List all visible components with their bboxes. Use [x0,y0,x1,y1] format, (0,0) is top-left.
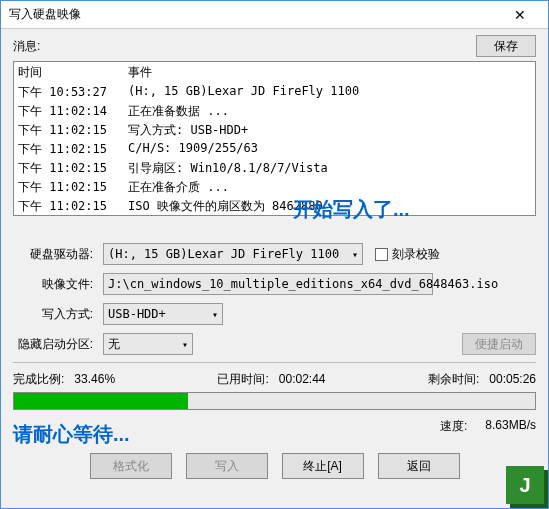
hidden-dropdown[interactable]: 无▾ [103,333,193,355]
close-icon: ✕ [514,7,526,23]
progress-fill [14,393,188,409]
image-label: 映像文件: [13,276,103,293]
separator [13,362,536,363]
verify-checkbox-wrap[interactable]: 刻录校验 [375,246,440,263]
log-row: 下午 11:02:15引导扇区: Win10/8.1/8/7/Vista [14,159,535,178]
hidden-label: 隐藏启动分区: [13,336,103,353]
annotation-start-writing: 开始写入了... [293,196,410,223]
close-button[interactable]: ✕ [500,2,540,28]
log-row: 下午 11:02:15C/H/S: 1909/255/63 [14,140,535,159]
write-button: 写入 [186,453,268,479]
progress-info: 完成比例: 33.46% 已用时间: 00:02:44 剩余时间: 00:05:… [13,371,536,388]
back-button[interactable]: 返回 [378,453,460,479]
log-row: 下午 11:02:14正在准备数据 ... [14,102,535,121]
elapsed-label: 已用时间: [217,372,268,386]
write-mode-dropdown[interactable]: USB-HDD+▾ [103,303,223,325]
corner-logo: J [498,458,548,508]
col-time-header: 时间 [18,64,128,81]
verify-checkbox[interactable] [375,248,388,261]
button-row: 格式化 写入 终止[A] 返回 [13,453,536,479]
window-title: 写入硬盘映像 [9,6,81,23]
log-row: 下午 11:02:15ISO 映像文件的扇区数为 8462880 [14,197,535,216]
window: 写入硬盘映像 ✕ 消息: 保存 时间 事件 下午 10:53:27(H:, 15… [0,0,549,509]
progress-bar [13,392,536,410]
speed-label: 速度: [440,418,467,435]
titlebar: 写入硬盘映像 ✕ [1,1,548,29]
percent-value: 33.46% [74,372,115,386]
log-header: 时间 事件 [14,62,535,83]
drive-label: 硬盘驱动器: [13,246,103,263]
abort-button[interactable]: 终止[A] [282,453,364,479]
portable-boot-button: 便捷启动 [462,333,536,355]
save-button[interactable]: 保存 [476,35,536,57]
log-row: 下午 10:53:27(H:, 15 GB)Lexar JD FireFly 1… [14,83,535,102]
verify-label: 刻录校验 [392,246,440,263]
chevron-down-icon: ▾ [182,339,188,350]
logo-letter: J [506,466,544,504]
format-button: 格式化 [90,453,172,479]
info-label: 消息: [13,38,40,55]
remaining-value: 00:05:26 [489,372,536,386]
chevron-down-icon: ▾ [352,249,358,260]
log-panel[interactable]: 时间 事件 下午 10:53:27(H:, 15 GB)Lexar JD Fir… [13,61,536,216]
speed-value: 8.63MB/s [485,418,536,435]
image-field[interactable]: J:\cn_windows_10_multiple_editions_x64_d… [103,273,433,295]
log-row: 下午 11:02:15正在准备介质 ... [14,178,535,197]
chevron-down-icon: ▾ [212,309,218,320]
annotation-please-wait: 请耐心等待... [13,421,130,448]
elapsed-value: 00:02:44 [279,372,326,386]
drive-dropdown[interactable]: (H:, 15 GB)Lexar JD FireFly 1100▾ [103,243,363,265]
log-row: 下午 11:02:15写入方式: USB-HDD+ [14,121,535,140]
write-mode-label: 写入方式: [13,306,103,323]
remaining-label: 剩余时间: [428,372,479,386]
percent-label: 完成比例: [13,372,64,386]
form-area: 硬盘驱动器: (H:, 15 GB)Lexar JD FireFly 1100▾… [13,242,536,356]
col-event-header: 事件 [128,64,531,81]
